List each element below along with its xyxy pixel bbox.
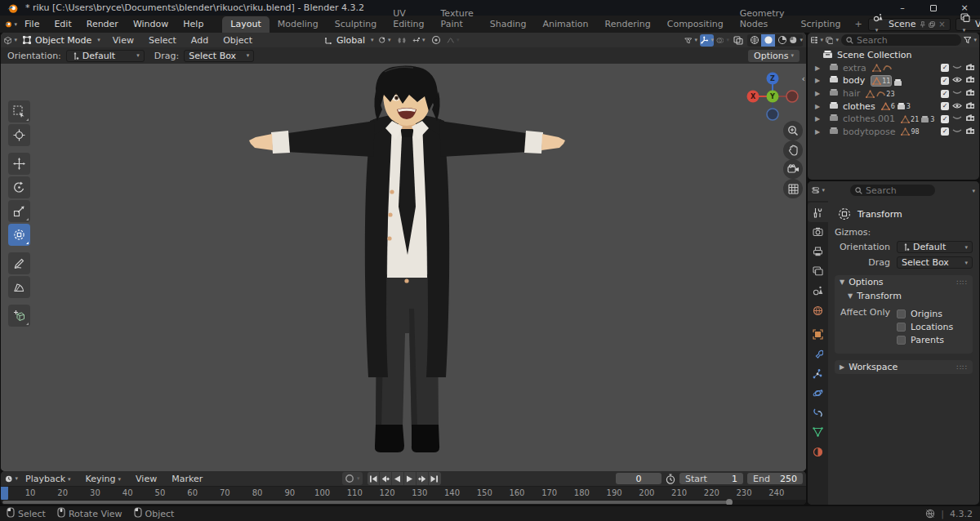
eye-closed-icon[interactable] xyxy=(952,63,962,73)
falloff-curve-icon[interactable] xyxy=(447,33,460,47)
scene-selector[interactable]: Scene × xyxy=(868,18,951,31)
tool-cursor[interactable] xyxy=(8,124,30,146)
pan-view-button[interactable] xyxy=(783,140,803,160)
exclude-checkbox[interactable]: ✓ xyxy=(941,115,949,123)
blender-menu-icon[interactable] xyxy=(4,18,17,31)
tab-scene[interactable] xyxy=(808,281,828,301)
drag-setting-dropdown[interactable]: Select Box xyxy=(184,50,254,62)
camera-visibility-icon[interactable] xyxy=(965,101,975,112)
shading-solid-button[interactable] xyxy=(761,34,775,47)
properties-editor-type-icon[interactable] xyxy=(812,184,825,197)
viewport-menu-select[interactable]: Select xyxy=(141,35,184,46)
timeline-scrollbar-thumb[interactable] xyxy=(2,501,732,504)
tab-material[interactable] xyxy=(808,442,828,461)
scene-collection-label[interactable]: Scene Collection xyxy=(837,50,911,60)
workspace-tab-shading[interactable]: Shading xyxy=(482,16,535,33)
expand-chevron-icon[interactable]: ▶ xyxy=(813,90,822,97)
current-frame-field[interactable]: 0 xyxy=(616,473,662,484)
expand-chevron-icon[interactable]: ▶ xyxy=(813,65,822,72)
workspace-panel-header[interactable]: ▶ Workspace ∷∷ xyxy=(835,360,973,374)
menu-window[interactable]: Window xyxy=(126,19,176,29)
timeline-menu-keying[interactable]: Keying xyxy=(78,474,128,484)
scene-name[interactable]: Scene xyxy=(889,19,916,29)
exclude-checkbox[interactable]: ✓ xyxy=(941,127,949,136)
prop-drag-dropdown[interactable]: Select Box xyxy=(897,256,973,269)
navigation-gizmo[interactable]: Z X Y xyxy=(742,69,804,127)
jump-to-start-button[interactable] xyxy=(368,472,380,485)
viewport-menu-add[interactable]: Add xyxy=(184,35,216,46)
shading-wireframe-button[interactable] xyxy=(747,34,761,47)
exclude-checkbox[interactable]: ✓ xyxy=(941,102,949,110)
workspace-tab-uv-editing[interactable]: UV Editing xyxy=(385,6,432,33)
workspace-tab-compositing[interactable]: Compositing xyxy=(659,16,732,33)
proportional-editing-icon[interactable] xyxy=(430,33,443,47)
frame-start-field[interactable]: Start 1 xyxy=(679,473,743,484)
transform-orientation-dropdown[interactable]: Global xyxy=(324,35,374,46)
outliner-row-bodytopose[interactable]: ▶bodytopose98✓ xyxy=(808,126,979,139)
outliner-row-body[interactable]: ▶body11✓ xyxy=(808,74,979,87)
tool-select-box[interactable] xyxy=(8,100,30,122)
tab-object-data[interactable] xyxy=(808,422,828,442)
tab-particles[interactable] xyxy=(808,363,828,383)
exclude-checkbox[interactable]: ✓ xyxy=(941,90,949,98)
menu-render[interactable]: Render xyxy=(79,19,126,29)
outliner-search-input[interactable]: Search xyxy=(841,34,961,46)
viewport-menu-view[interactable]: View xyxy=(105,35,141,46)
timeline-menu-marker[interactable]: Marker xyxy=(164,474,210,484)
viewlayer-selector[interactable]: ViewLayer × xyxy=(956,18,980,31)
toggle-ortho-button[interactable] xyxy=(783,179,803,198)
outliner-row-hair[interactable]: ▶hair23✓ xyxy=(808,87,979,100)
snap-target-dropdown[interactable] xyxy=(378,33,391,47)
tab-constraints[interactable] xyxy=(808,403,828,422)
affect-origins-checkbox[interactable] xyxy=(897,309,906,318)
timeline-menu-playback[interactable]: Playback xyxy=(18,474,78,484)
tool-annotate[interactable] xyxy=(8,252,30,274)
timeline-menu-view[interactable]: View xyxy=(128,474,164,484)
tool-move[interactable] xyxy=(8,153,30,175)
snap-magnet-icon[interactable] xyxy=(395,33,408,47)
workspace-tab-sculpting[interactable]: Sculpting xyxy=(327,16,385,33)
camera-visibility-icon[interactable] xyxy=(965,75,975,86)
tab-tool[interactable] xyxy=(808,203,828,222)
workspace-tab-rendering[interactable]: Rendering xyxy=(597,16,659,33)
collection-name[interactable]: extra xyxy=(843,63,866,73)
pin-icon[interactable] xyxy=(920,20,925,29)
prop-orientation-dropdown[interactable]: Default xyxy=(897,241,973,253)
play-button[interactable] xyxy=(404,472,416,485)
tool-measure[interactable] xyxy=(8,276,30,298)
eye-open-icon[interactable] xyxy=(952,75,962,86)
xray-toggle[interactable] xyxy=(732,33,745,47)
axis-z-neg-handle[interactable] xyxy=(767,109,778,120)
minimize-button[interactable]: – xyxy=(887,0,918,16)
object-visibility-dropdown[interactable] xyxy=(684,33,697,47)
eye-closed-icon[interactable] xyxy=(952,88,962,99)
eye-closed-icon[interactable] xyxy=(952,114,962,124)
exclude-checkbox[interactable]: ✓ xyxy=(941,77,949,85)
camera-visibility-icon[interactable] xyxy=(965,63,975,73)
outliner-row-extra[interactable]: ▶extra✓ xyxy=(808,62,979,75)
shading-rendered-button[interactable] xyxy=(789,34,803,47)
tab-modifiers[interactable] xyxy=(808,344,828,363)
outliner-row-clothes[interactable]: ▶clothes63✓ xyxy=(808,100,979,113)
workspace-tab-geometry-nodes[interactable]: Geometry Nodes xyxy=(732,6,793,33)
orientation-setting-dropdown[interactable]: Default xyxy=(66,50,145,62)
tab-world[interactable] xyxy=(808,301,828,320)
viewport-canvas[interactable]: Z X Y ‹ xyxy=(1,64,806,471)
mode-dropdown[interactable]: Object Mode xyxy=(17,35,105,46)
outliner-row-clothes-001[interactable]: ▶clothes.001213✓ xyxy=(808,113,979,126)
unlink-scene-icon[interactable]: × xyxy=(938,20,945,29)
auto-keying-toggle[interactable] xyxy=(342,472,363,485)
maximize-button[interactable] xyxy=(918,0,949,16)
play-reverse-button[interactable] xyxy=(392,472,404,485)
workspace-tab-modeling[interactable]: Modeling xyxy=(270,16,327,33)
viewlayer-name[interactable]: ViewLayer xyxy=(975,19,980,29)
camera-visibility-icon[interactable] xyxy=(965,127,975,137)
workspace-tab-texture-paint[interactable]: Texture Paint xyxy=(433,6,482,33)
properties-header-menu[interactable] xyxy=(969,185,975,196)
eye-open-icon[interactable] xyxy=(952,101,962,112)
exclude-checkbox[interactable]: ✓ xyxy=(941,64,949,72)
expand-chevron-icon[interactable]: ▶ xyxy=(813,128,822,136)
timeline-scrollbar[interactable] xyxy=(1,500,806,505)
viewlayer-browse-icon[interactable] xyxy=(960,13,972,35)
outliner-row-scene-collection[interactable]: Scene Collection xyxy=(808,49,979,62)
